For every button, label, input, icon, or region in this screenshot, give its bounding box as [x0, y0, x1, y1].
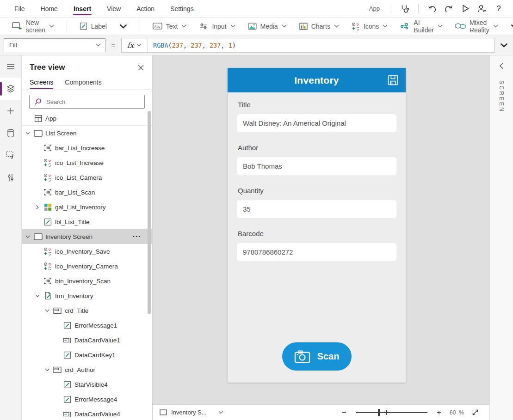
field-label-title[interactable]: Title	[238, 101, 396, 109]
tree-item-bar_List_Scan[interactable]: bar_List_Scan	[22, 185, 152, 200]
tree-item-StarVisible4[interactable]: StarVisible4	[22, 377, 152, 392]
charts-icon	[299, 23, 308, 30]
tab-components[interactable]: Components	[65, 79, 101, 89]
chevron-down-icon[interactable]	[25, 129, 33, 137]
chevron-down-icon[interactable]	[45, 366, 53, 373]
field-input-quantity[interactable]: 35	[237, 200, 396, 218]
collapse-left-icon[interactable]	[490, 55, 513, 69]
chevron-down-icon[interactable]	[25, 233, 33, 240]
tree-item-DataCardValue4[interactable]: DataCardValue4	[22, 407, 152, 420]
preview-play-button[interactable]	[458, 2, 472, 16]
menu-item-settings[interactable]: Settings	[170, 0, 194, 17]
rail-advanced-tools-button[interactable]	[0, 166, 21, 189]
tree-item-crd_Author[interactable]: crd_Author	[22, 362, 152, 377]
tree-item-frm_Inventory[interactable]: frm_Inventory	[22, 288, 152, 303]
rail-data-button[interactable]	[0, 122, 21, 144]
zoom-slider[interactable]	[356, 412, 427, 413]
chevron-down-icon	[218, 411, 223, 414]
ribbon-item-new-screen[interactable]: New screen	[12, 19, 54, 34]
save-icon[interactable]	[387, 74, 399, 86]
category-expand-chevron[interactable]	[119, 24, 127, 29]
zoom-slider-thumb[interactable]	[378, 409, 380, 416]
ribbon-overflow-chevron[interactable]	[511, 24, 513, 29]
tree-item-ico_List_Camera[interactable]: ico_List_Camera	[22, 170, 152, 185]
menu-item-action[interactable]: Action	[136, 0, 155, 17]
screen-selector-dropdown[interactable]: Inventory S...	[160, 409, 223, 416]
tree-item-label: bar_List_Scan	[55, 189, 95, 196]
screen-panel-label[interactable]: SCREEN	[498, 80, 505, 113]
menu-item-file[interactable]: File	[14, 0, 25, 17]
tree-item-btn_Inventory_Scan[interactable]: btn_Inventory_Scan	[22, 274, 152, 288]
app-checker-button[interactable]	[398, 2, 412, 16]
menu-item-home[interactable]: Home	[40, 0, 58, 17]
ribbon-item-input[interactable]: Input	[199, 23, 235, 30]
tree-scrollbar[interactable]	[148, 111, 151, 314]
barcode-icon	[43, 276, 52, 286]
formula-bar-expand-chevron[interactable]	[494, 43, 513, 48]
field-input-title[interactable]: Walt Disney: An Americal Original	[237, 114, 396, 132]
tree-item-lbl_List_Title[interactable]: lbl_List_Title	[22, 214, 152, 229]
tree-item-ico_Inventory_Camera[interactable]: ico_Inventory_Camera	[22, 259, 152, 274]
field-label-author[interactable]: Author	[238, 144, 396, 152]
field-input-author[interactable]: Bob Thomas	[237, 157, 396, 175]
redo-button[interactable]	[442, 2, 456, 16]
tab-screens[interactable]: Screens	[30, 79, 53, 89]
search-box[interactable]	[29, 95, 145, 109]
tree-item-ico_List_Increase[interactable]: ico_List_Increase	[22, 155, 152, 170]
label-icon	[62, 380, 72, 389]
label-icon	[43, 217, 52, 226]
tree-item-bar_List_Increase[interactable]: bar_List_Increase	[22, 140, 152, 155]
field-input-barcode[interactable]: 9780786860272	[237, 243, 396, 261]
tree-item-DataCardKey1[interactable]: DataCardKey1	[22, 347, 152, 362]
undo-button[interactable]	[425, 2, 439, 16]
ribbon-item-mixed-reality[interactable]: Mixed Reality	[455, 19, 498, 34]
tree-item-List-Screen[interactable]: List Screen	[22, 126, 152, 140]
tree-item-gal_List_Inventory[interactable]: gal_List_Inventory	[22, 200, 152, 214]
formula-text[interactable]: RGBA(237, 237, 237, 1)	[148, 42, 236, 49]
inventory-form[interactable]: Inventory TitleWalt Disney: An Americal …	[228, 68, 406, 383]
rail-hamburger-button[interactable]	[0, 55, 21, 78]
search-input[interactable]	[45, 98, 140, 106]
tree-item-DataCardValue1[interactable]: DataCardValue1	[22, 333, 152, 347]
zoom-out-button[interactable]: −	[340, 409, 348, 416]
tree-item-ErrorMessage4[interactable]: ErrorMessage4	[22, 392, 152, 407]
tree-item-label: ico_Inventory_Save	[55, 248, 110, 255]
zoom-in-button[interactable]: +	[435, 409, 443, 416]
ribbon-item-ai-builder[interactable]: AI Builder	[400, 19, 443, 34]
fit-to-window-icon[interactable]	[471, 408, 479, 416]
expander-spacer	[55, 322, 62, 329]
fx-dropdown[interactable]: fx	[122, 38, 148, 52]
ribbon-item-media[interactable]: Media	[248, 23, 287, 30]
tree-item-Inventory-Screen[interactable]: Inventory Screen···	[22, 229, 152, 244]
more-options-button[interactable]: ···	[133, 234, 141, 239]
tree-item-App[interactable]: App	[22, 111, 152, 126]
rail-tree-view-button[interactable]	[0, 78, 21, 100]
tree-item-ErrorMessage1[interactable]: ErrorMessage1	[22, 318, 152, 333]
ribbon-item-label: Input	[212, 23, 226, 30]
help-button[interactable]: ?	[492, 2, 506, 16]
tree-item-ico_Inventory_Save[interactable]: ico_Inventory_Save	[22, 244, 152, 259]
property-dropdown[interactable]: Fill	[4, 38, 105, 52]
rail-media-panel-button[interactable]	[0, 144, 21, 166]
chevron-down-icon[interactable]	[35, 292, 43, 299]
field-label-barcode[interactable]: Barcode	[238, 230, 396, 237]
ribbon-item-text[interactable]: AbcText	[153, 23, 187, 30]
share-user-button[interactable]	[475, 2, 489, 16]
design-canvas[interactable]: Inventory TitleWalt Disney: An Americal …	[153, 55, 489, 404]
ribbon-item-icons[interactable]: Icons	[352, 22, 388, 30]
ribbon-item-charts[interactable]: Charts	[299, 23, 339, 30]
zoom-controls: − + 60 %	[340, 408, 479, 416]
expander-spacer	[35, 218, 43, 225]
menu-item-view[interactable]: View	[106, 0, 121, 17]
close-icon[interactable]	[136, 62, 146, 73]
formula-bar: Fill = fx RGBA(237, 237, 237, 1)	[0, 35, 513, 55]
menu-item-insert[interactable]: Insert	[73, 0, 92, 17]
rail-insert-plus-button[interactable]	[0, 100, 21, 122]
tree-item-crd_Title[interactable]: crd_Title	[22, 303, 152, 318]
form-header[interactable]: Inventory	[228, 68, 406, 92]
chevron-right-icon[interactable]	[35, 203, 43, 211]
chevron-down-icon[interactable]	[45, 307, 53, 314]
scan-button[interactable]: Scan	[282, 342, 352, 371]
field-label-quantity[interactable]: Quantity	[238, 187, 396, 195]
ribbon-item-label[interactable]: Label	[80, 22, 107, 30]
